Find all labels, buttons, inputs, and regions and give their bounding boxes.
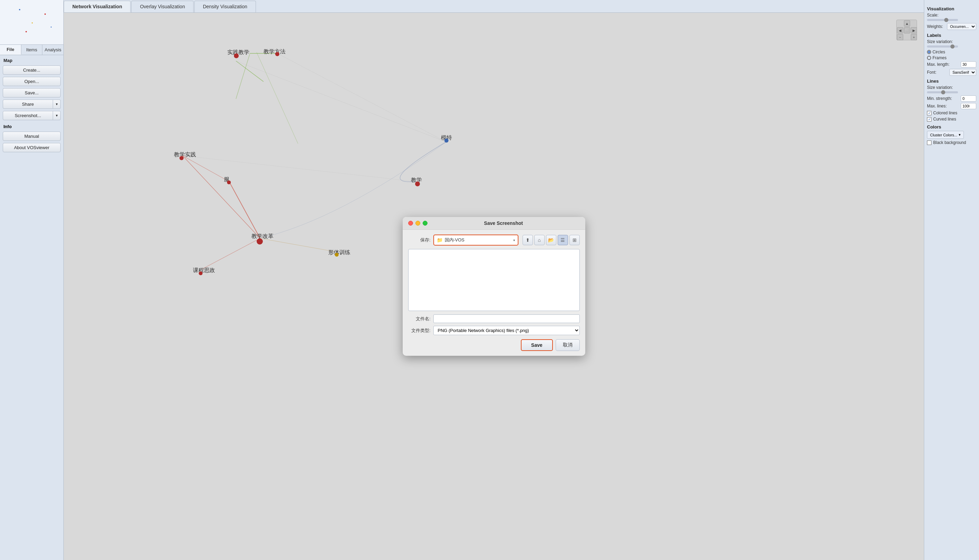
colored-lines-label: Colored lines (933, 110, 957, 115)
lines-size-variation-row: Size variation: (927, 85, 976, 90)
cluster-colors-row: Cluster Colors... ▾ (927, 131, 976, 139)
save-location-row: 保存: 📁 国内-VOS ▾ ⬆ ⌂ 📂 ☰ ⊞ (408, 235, 580, 245)
black-background-checkbox[interactable] (927, 140, 931, 145)
maximize-button[interactable] (423, 221, 427, 226)
folder-icon: 📁 (437, 237, 443, 243)
tab-overlay-visualization[interactable]: Overlay Visualization (131, 1, 193, 12)
save-screenshot-dialog: Save Screenshot 保存: 📁 国内-VOS ▾ ⬆ ⌂ (403, 217, 585, 356)
minimap-dot (45, 13, 46, 15)
dialog-overlay: Save Screenshot 保存: 📁 国内-VOS ▾ ⬆ ⌂ (64, 13, 924, 560)
traffic-lights (408, 221, 427, 226)
max-length-input[interactable] (961, 61, 976, 68)
circles-radio[interactable] (927, 50, 931, 54)
minimap-dot (51, 27, 52, 28)
filetype-select[interactable]: PNG (Portable Network Graphics) files (*… (434, 326, 580, 335)
about-button[interactable]: About VOSviewer (3, 143, 61, 152)
main-tab-bar: Network Visualization Overlay Visualizat… (64, 0, 924, 13)
filetype-row: 文件类型: PNG (Portable Network Graphics) fi… (408, 326, 580, 335)
sidebar: File Items Analysis Map Create... Open..… (0, 0, 64, 560)
font-label: Font: (927, 70, 936, 75)
dialog-cancel-button[interactable]: 取消 (555, 339, 580, 351)
font-dropdown[interactable]: SansSerif (949, 69, 976, 76)
frames-radio[interactable] (927, 56, 931, 60)
folder-dropdown[interactable]: 📁 国内-VOS ▾ (434, 235, 519, 245)
max-length-row: Max. length: (927, 61, 976, 68)
save-location-label: 保存: (408, 237, 430, 243)
max-length-label: Max. length: (927, 62, 949, 67)
create-button[interactable]: Create... (3, 65, 61, 75)
dialog-buttons: Save 取消 (408, 339, 580, 351)
curved-lines-label: Curved lines (933, 117, 956, 122)
labels-section-title: Labels (927, 33, 976, 38)
filename-row: 文件名: (408, 315, 580, 323)
toolbar-detail-view-button[interactable]: ⊞ (569, 235, 580, 245)
black-background-row: Black background (927, 140, 976, 145)
minimap-dot (32, 22, 33, 23)
labels-size-slider[interactable] (927, 45, 958, 48)
info-section-label: Info (0, 121, 63, 130)
cluster-colors-arrow: ▾ (959, 133, 961, 137)
folder-name: 国内-VOS (445, 237, 511, 243)
filename-label: 文件名: (408, 316, 430, 322)
right-panel: Visualization Scale: Weights: Occurren..… (924, 0, 979, 560)
tab-items[interactable]: Items (22, 45, 43, 55)
dialog-save-button[interactable]: Save (521, 339, 553, 351)
save-button[interactable]: Save... (3, 88, 61, 97)
scale-slider[interactable] (927, 19, 958, 21)
font-row: Font: SansSerif (927, 69, 976, 76)
colors-section-title: Colors (927, 124, 976, 130)
min-strength-row: Min. strength: (927, 95, 976, 102)
share-button-group: Share ▾ (3, 100, 61, 109)
toolbar-up-button[interactable]: ⬆ (522, 235, 533, 245)
labels-size-variation-label: Size variation: (927, 39, 953, 44)
dialog-titlebar: Save Screenshot (403, 217, 585, 230)
cluster-colors-label: Cluster Colors... (930, 133, 957, 137)
share-arrow-button[interactable]: ▾ (53, 100, 61, 109)
file-browser[interactable] (408, 249, 580, 311)
weights-label: Weights: (927, 24, 943, 29)
minimap-dot (25, 31, 27, 32)
max-lines-input[interactable] (961, 103, 976, 109)
filename-input[interactable] (434, 315, 580, 323)
toolbar-new-folder-button[interactable]: 📂 (546, 235, 556, 245)
tab-network-visualization[interactable]: Network Visualization (64, 1, 130, 12)
manual-button[interactable]: Manual (3, 132, 61, 141)
cluster-colors-button[interactable]: Cluster Colors... ▾ (927, 131, 964, 139)
lines-size-variation-label: Size variation: (927, 85, 953, 90)
scale-label: Scale: (927, 13, 938, 18)
max-lines-label: Max. lines: (927, 104, 947, 108)
minimize-button[interactable] (415, 221, 420, 226)
tab-analysis[interactable]: Analysis (42, 45, 63, 55)
map-section-label: Map (0, 55, 63, 64)
minimap-dot (19, 9, 20, 10)
min-strength-label: Min. strength: (927, 96, 952, 101)
dialog-title: Save Screenshot (427, 220, 580, 226)
dialog-body: 保存: 📁 国内-VOS ▾ ⬆ ⌂ 📂 ☰ ⊞ (403, 230, 585, 356)
scale-row: Scale: (927, 13, 976, 18)
max-lines-row: Max. lines: (927, 103, 976, 109)
colored-lines-checkbox[interactable]: ✓ (927, 111, 931, 115)
file-toolbar: ⬆ ⌂ 📂 ☰ ⊞ (522, 235, 580, 245)
open-button[interactable]: Open... (3, 77, 61, 86)
lines-size-slider[interactable] (927, 91, 958, 93)
screenshot-arrow-button[interactable]: ▾ (53, 111, 61, 120)
filetype-label: 文件类型: (408, 328, 430, 334)
tab-density-visualization[interactable]: Density Visualization (194, 1, 256, 12)
share-main-button[interactable]: Share (3, 100, 53, 109)
weights-row: Weights: Occurren... (927, 23, 976, 30)
minimap (0, 0, 63, 45)
curved-lines-checkbox[interactable]: ✓ (927, 117, 931, 122)
weights-dropdown[interactable]: Occurren... (947, 23, 976, 30)
toolbar-list-view-button[interactable]: ☰ (558, 235, 568, 245)
dropdown-arrow: ▾ (513, 238, 515, 242)
min-strength-input[interactable] (961, 95, 976, 102)
frames-radio-row: Frames (927, 55, 976, 60)
frames-label: Frames (932, 55, 947, 60)
tab-file[interactable]: File (0, 45, 22, 55)
toolbar-home-button[interactable]: ⌂ (534, 235, 545, 245)
main-area: Network Visualization Overlay Visualizat… (64, 0, 924, 560)
screenshot-main-button[interactable]: Screenshot... (3, 111, 53, 120)
circles-radio-row: Circles (927, 50, 976, 54)
close-button[interactable] (408, 221, 413, 226)
visualization-area[interactable]: 实践教学 教学方法 模特 教学实践 教学改革 形体训练 课程思政 服 教学 ▲ … (64, 13, 924, 560)
